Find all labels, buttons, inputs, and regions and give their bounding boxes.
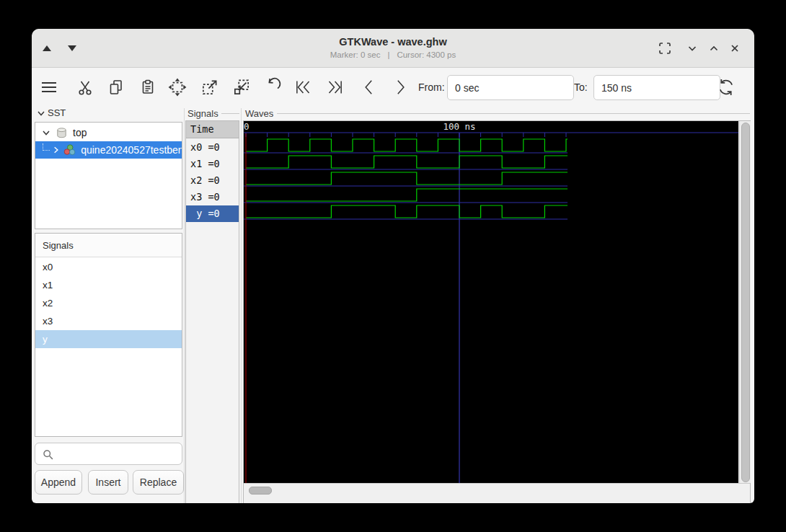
reload-icon — [716, 77, 736, 97]
zoom-fit-button[interactable] — [166, 76, 189, 99]
signal-list-item-x3[interactable]: x3 — [35, 312, 182, 330]
go-previous-icon — [359, 77, 379, 97]
to-input[interactable] — [593, 75, 720, 100]
toolbar: From: To: — [32, 68, 754, 107]
go-last-button[interactable] — [323, 76, 346, 99]
undo-button[interactable] — [261, 76, 284, 99]
maximize-button[interactable] — [705, 39, 723, 58]
cursor-status: Cursor: 4300 ps — [397, 50, 456, 59]
wave-name-row-y[interactable]: y =0 — [186, 205, 239, 222]
chevron-down-icon — [41, 128, 51, 138]
time-column-frame-label: Signals — [187, 108, 221, 119]
append-button[interactable]: Append — [35, 470, 82, 495]
paste-button[interactable] — [136, 76, 159, 99]
menu-icon — [38, 78, 60, 97]
wave-name-row-x1[interactable]: x1 =0 — [186, 156, 239, 172]
waves-vscrollbar[interactable] — [739, 121, 751, 483]
copy-icon — [107, 78, 125, 97]
scrollbar-thumb[interactable] — [249, 487, 272, 495]
zoom-out-button[interactable] — [230, 76, 253, 99]
minimize-button[interactable] — [683, 39, 702, 58]
waveform-plot[interactable]: 0100 ns — [244, 121, 738, 483]
database-icon — [55, 126, 69, 140]
window-title: GTKWave - wave.ghw — [32, 36, 754, 48]
pane-separator[interactable] — [241, 108, 242, 503]
svg-text:0: 0 — [244, 121, 250, 132]
chevron-down-icon — [36, 108, 46, 118]
pane-separator[interactable] — [184, 108, 185, 503]
tree-indent-guide — [43, 143, 50, 151]
wave-canvas[interactable]: 0100 ns — [244, 121, 738, 483]
svg-text:100 ns: 100 ns — [443, 121, 475, 132]
undo-icon — [262, 77, 283, 97]
go-previous-button[interactable] — [358, 76, 381, 99]
fullscreen-button[interactable] — [655, 39, 674, 58]
signal-search-box — [35, 443, 182, 465]
paste-icon — [138, 78, 157, 97]
time-header: Time — [186, 121, 239, 138]
scrollbar-thumb[interactable] — [741, 123, 750, 482]
frame-line — [221, 113, 239, 114]
signals-list-header: Signals — [35, 234, 182, 257]
sst-expander[interactable]: SST — [36, 107, 66, 118]
signals-list-panel: Signals x0 x1 x2 x3 y — [35, 233, 182, 437]
time-column-panel: Time x0 =0 x1 =0 x2 =0 x3 =0 y =0 — [185, 120, 239, 503]
status-separator: | — [387, 50, 389, 59]
status-line: Marker: 0 sec|Cursor: 4300 ps — [32, 50, 754, 59]
insert-button[interactable]: Insert — [88, 470, 128, 495]
search-input[interactable] — [57, 446, 179, 462]
waves-panel: 0100 ns — [243, 120, 751, 503]
fullscreen-icon — [658, 41, 672, 56]
tree-node-testbench[interactable]: quine20240527testbenc — [35, 141, 182, 159]
gtkwave-window: GTKWave - wave.ghw Marker: 0 sec|Cursor:… — [32, 29, 754, 503]
zoom-in-icon — [200, 77, 220, 97]
marker-status: Marker: 0 sec — [330, 50, 381, 59]
from-input[interactable] — [447, 75, 574, 100]
signal-list-item-x1[interactable]: x1 — [35, 276, 182, 294]
waves-frame-label: Waves — [245, 108, 276, 119]
cut-button[interactable] — [74, 76, 97, 99]
chevron-right-icon — [51, 145, 61, 155]
wave-name-row-x0[interactable]: x0 =0 — [186, 139, 239, 156]
copy-button[interactable] — [105, 76, 128, 99]
module-icon — [63, 143, 76, 157]
to-label: To: — [574, 81, 588, 93]
chevron-up-icon — [707, 42, 720, 55]
go-next-icon — [390, 77, 410, 97]
tree-node-label: quine20240527testbenc — [81, 144, 182, 156]
close-icon — [728, 42, 741, 55]
go-first-icon — [293, 77, 314, 97]
sst-label: SST — [48, 107, 66, 118]
go-next-button[interactable] — [389, 76, 412, 99]
titlebar[interactable]: GTKWave - wave.ghw Marker: 0 sec|Cursor:… — [32, 29, 754, 68]
search-icon — [42, 448, 54, 461]
sst-tree-panel: top quine20240527testbenc — [35, 122, 182, 229]
go-last-icon — [324, 77, 345, 97]
zoom-fit-icon — [167, 77, 187, 97]
zoom-out-icon — [231, 77, 252, 97]
close-button[interactable] — [725, 39, 744, 58]
from-label: From: — [418, 81, 445, 93]
replace-button[interactable]: Replace — [133, 470, 184, 495]
signal-list-item-x2[interactable]: x2 — [35, 294, 182, 312]
zoom-in-button[interactable] — [198, 76, 221, 99]
signal-list-item-y[interactable]: y — [35, 330, 182, 348]
cut-icon — [76, 78, 94, 97]
desktop: { "window": { "title": "GTKWave - wave.g… — [0, 0, 786, 532]
wave-name-row-x2[interactable]: x2 =0 — [186, 172, 239, 189]
chevron-down-icon — [686, 42, 699, 55]
signal-list-item-x0[interactable]: x0 — [35, 258, 182, 276]
waves-hscrollbar[interactable] — [244, 483, 750, 503]
tree-node-label: top — [73, 127, 87, 138]
wave-name-row-x3[interactable]: x3 =0 — [186, 189, 239, 205]
menu-button[interactable] — [37, 76, 61, 99]
tree-node-top[interactable]: top — [35, 124, 182, 141]
frame-line — [277, 113, 750, 114]
reload-button[interactable] — [715, 76, 738, 99]
go-first-button[interactable] — [292, 76, 315, 99]
